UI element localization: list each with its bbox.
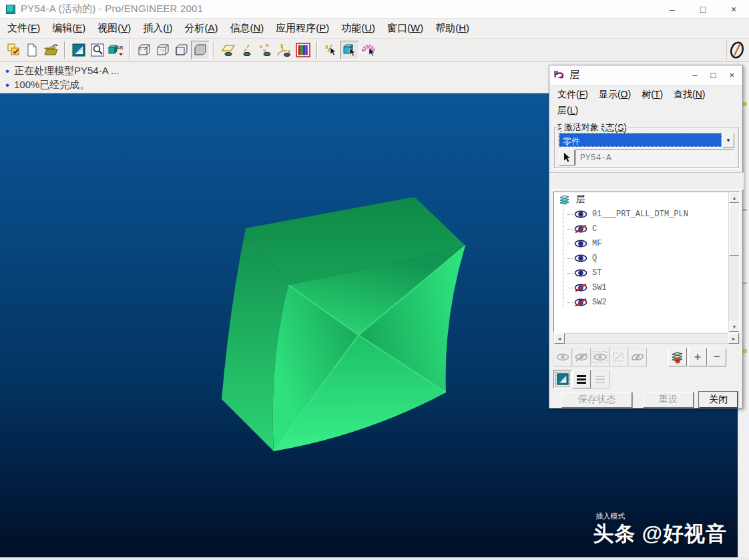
- menu-analysis[interactable]: 分析(A): [178, 19, 224, 37]
- proe-application-window: PY54-A (活动的) - Pro/ENGINEER 2001 – □ × 文…: [0, 0, 749, 560]
- repaint-icon[interactable]: [69, 41, 88, 59]
- layer-hidden-icon[interactable]: [574, 284, 587, 292]
- layer-visible-icon[interactable]: [574, 210, 587, 218]
- menu-help[interactable]: 帮助(H): [429, 19, 475, 37]
- menu-edit[interactable]: 编辑(E): [46, 19, 91, 37]
- layer-row[interactable]: 01___PRT_ALL_DTM_PLN: [554, 207, 728, 222]
- layer-row[interactable]: Q: [554, 251, 728, 266]
- hidden-line-icon[interactable]: [154, 41, 172, 59]
- datum-plane-icon[interactable]: [219, 41, 238, 59]
- associate-button[interactable]: [628, 348, 647, 366]
- bullet-icon: •: [5, 79, 9, 91]
- tree-vertical-scrollbar[interactable]: ▲ ▼: [728, 192, 739, 332]
- select-object-button[interactable]: [559, 150, 575, 166]
- layer-hidden-icon[interactable]: [574, 298, 587, 306]
- layer-dialog: 层 – □ × 文件(F) 显示(O) 树(T) 查找(N) 层(L) 项目(I…: [549, 65, 743, 408]
- layer-row[interactable]: SW2: [554, 295, 728, 310]
- model-tree-icon[interactable]: AB: [107, 41, 126, 59]
- tree-horizontal-scrollbar[interactable]: ◄ ►: [553, 333, 740, 344]
- dlg-menu-file[interactable]: 文件(F): [552, 87, 593, 103]
- csys-icon[interactable]: yzx: [275, 41, 294, 59]
- close-button[interactable]: ×: [718, 0, 749, 18]
- scrollbar-thumb[interactable]: [729, 204, 740, 256]
- zoom-icon[interactable]: [88, 41, 107, 59]
- object-type-value[interactable]: 零件: [559, 133, 722, 147]
- layer-row[interactable]: SW1: [554, 280, 728, 295]
- minimize-button[interactable]: –: [657, 0, 688, 18]
- select-cube-icon[interactable]: [340, 41, 359, 59]
- menu-info[interactable]: 信息(N): [224, 19, 270, 37]
- dialog-spacer-panel: [549, 172, 744, 190]
- scroll-up-button[interactable]: ▲: [729, 192, 740, 203]
- active-object-label: 激活对象: [561, 121, 601, 133]
- layer-tree-root[interactable]: 层: [554, 192, 728, 207]
- menu-view[interactable]: 视图(V): [91, 19, 137, 37]
- svg-text:x: x: [288, 49, 290, 53]
- reset-button[interactable]: 重设: [643, 392, 694, 408]
- layer-visible-icon[interactable]: [574, 269, 587, 277]
- layer-visible-icon[interactable]: [574, 240, 587, 248]
- no-hidden-icon[interactable]: [172, 41, 191, 59]
- blank-layer-button[interactable]: [572, 348, 591, 366]
- menu-applications[interactable]: 应用程序(P): [270, 19, 335, 37]
- add-item-button[interactable]: +: [688, 348, 707, 366]
- dlg-menu-find[interactable]: 查找(N): [668, 87, 710, 103]
- repaint-layers-button[interactable]: [553, 370, 572, 388]
- dialog-minimize-button[interactable]: –: [692, 70, 697, 80]
- scroll-down-button[interactable]: ▼: [729, 321, 740, 332]
- layer-tree[interactable]: 层 01___PRT_ALL_DTM_PLN C MF: [554, 192, 728, 332]
- shaded-icon[interactable]: [191, 41, 210, 59]
- select-arc-icon[interactable]: [359, 41, 378, 59]
- new-file-icon[interactable]: [23, 41, 41, 59]
- bullet-icon: •: [5, 65, 9, 77]
- maximize-button[interactable]: □: [688, 0, 718, 18]
- show-layer-button[interactable]: [553, 348, 572, 366]
- svg-text:AB: AB: [117, 45, 123, 50]
- menu-utilities[interactable]: 功能(U): [335, 19, 381, 37]
- layer-row[interactable]: MF: [554, 236, 728, 251]
- layer-hidden-icon[interactable]: [574, 225, 587, 233]
- close-dialog-button[interactable]: 关闭: [699, 392, 738, 408]
- link-icon: [630, 352, 645, 362]
- dialog-maximize-button[interactable]: □: [711, 70, 716, 80]
- datum-axis-icon[interactable]: [238, 41, 256, 59]
- menu-insert[interactable]: 插入(I): [137, 19, 178, 37]
- menu-window[interactable]: 窗口(W): [381, 19, 429, 37]
- list-all-layers-button[interactable]: [572, 370, 591, 388]
- new-layer-icon: [670, 350, 685, 364]
- layer-visible-icon[interactable]: [574, 254, 587, 262]
- proe-help-logo[interactable]: [726, 40, 746, 60]
- toolbar-separator: [316, 41, 318, 59]
- scroll-right-button[interactable]: ►: [728, 333, 739, 344]
- select-point-icon[interactable]: x: [322, 41, 340, 59]
- list-shown-layers-button[interactable]: [591, 370, 609, 388]
- dlg-menu-layer[interactable]: 层(L): [552, 103, 583, 119]
- object-name-field[interactable]: PY54-A: [575, 150, 734, 166]
- object-type-dropdown[interactable]: 零件: [559, 133, 722, 148]
- dialog-close-button[interactable]: ×: [729, 70, 734, 80]
- isolate-layer-button[interactable]: [591, 348, 609, 366]
- window-title: PY54-A (活动的) - Pro/ENGINEER 2001: [21, 3, 203, 15]
- layer-name: SW2: [592, 298, 607, 307]
- remove-item-button[interactable]: −: [708, 348, 726, 366]
- model-solid[interactable]: [222, 197, 465, 451]
- layer-dialog-titlebar[interactable]: 层 – □ ×: [549, 65, 742, 85]
- scroll-left-button[interactable]: ◄: [554, 333, 565, 344]
- layer-name: C: [592, 224, 597, 234]
- layer-dialog-title: 层: [569, 69, 579, 81]
- spectrum-icon[interactable]: [294, 41, 312, 59]
- wireframe-icon[interactable]: [135, 41, 154, 59]
- datum-point-icon[interactable]: xxx: [256, 41, 275, 59]
- unassociate-button[interactable]: [609, 348, 628, 366]
- tree-connector: [567, 244, 573, 244]
- open-file-icon[interactable]: [41, 41, 60, 59]
- layer-row[interactable]: ST: [554, 266, 728, 280]
- dlg-menu-tree[interactable]: 树(T): [636, 87, 668, 103]
- dropdown-arrow-icon[interactable]: ▼: [722, 133, 734, 148]
- save-status-button[interactable]: 保存状态: [561, 392, 632, 408]
- layer-row[interactable]: C: [554, 222, 728, 236]
- dlg-menu-show[interactable]: 显示(O): [593, 87, 636, 103]
- window-copy-icon[interactable]: [4, 41, 23, 59]
- new-layer-button[interactable]: [668, 348, 687, 366]
- menu-file[interactable]: 文件(F): [1, 19, 46, 37]
